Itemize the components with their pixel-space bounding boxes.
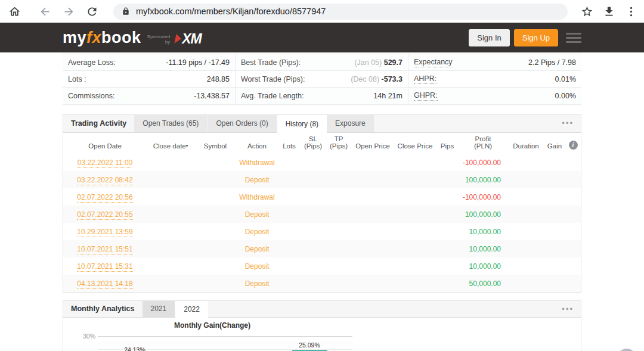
lock-icon bbox=[122, 7, 130, 15]
url-bar[interactable]: myfxbook.com/members/Kiljan/forexduo/857… bbox=[113, 4, 568, 20]
cell-open-date[interactable]: 02.07.2022 20:55 bbox=[63, 206, 147, 223]
col-symbol[interactable]: Symbol bbox=[194, 133, 236, 154]
cell-open-date[interactable]: 03.22.2022 11:00 bbox=[63, 154, 147, 171]
cell-empty bbox=[278, 171, 458, 188]
tab-2022[interactable]: 2022 bbox=[175, 301, 208, 318]
sponsored-by-label: Sponsored by bbox=[147, 34, 171, 45]
cell-profit: 100,000.00 bbox=[458, 206, 508, 223]
stats-table: Average Loss:-11.19 pips / -17.49 Best T… bbox=[63, 54, 581, 105]
monthly-analytics-header: Monthly Analytics 2021 2022 ••• bbox=[63, 301, 581, 318]
history-row: 10.29.2021 13:59 Deposit 10,000.00 bbox=[63, 223, 581, 240]
cell-open-date[interactable]: 02.07.2022 20:56 bbox=[63, 188, 147, 206]
col-close-date[interactable]: Close date▾ bbox=[147, 133, 194, 154]
tab-exposure[interactable]: Exposure bbox=[327, 115, 374, 132]
tab-history[interactable]: History (8) bbox=[277, 115, 327, 133]
xm-logo[interactable]: XM bbox=[175, 31, 202, 47]
history-row: 10.07.2021 15:31 Deposit 10,000.00 bbox=[63, 257, 581, 275]
myfxbook-logo[interactable]: myfxbook bbox=[63, 29, 141, 47]
cell-open-date[interactable]: 04.13.2021 14:18 bbox=[63, 275, 147, 292]
col-duration[interactable]: Duration bbox=[508, 133, 544, 154]
col-close-price[interactable]: Close Price bbox=[394, 133, 436, 154]
cell-empty bbox=[278, 206, 458, 223]
home-icon[interactable] bbox=[7, 4, 21, 18]
cell-profit: 10,000.00 bbox=[458, 257, 508, 275]
cell-empty bbox=[278, 240, 458, 257]
stat-label-ahpr[interactable]: AHPR: bbox=[414, 74, 436, 84]
panel-menu-ellipsis-icon[interactable]: ••• bbox=[555, 115, 581, 132]
stat-value: 2.2 Pips / 7.98 bbox=[528, 58, 576, 67]
col-gain[interactable]: Gain bbox=[544, 133, 565, 154]
bar-label-24: 24.13% bbox=[116, 346, 154, 351]
info-icon[interactable]: i bbox=[569, 141, 578, 150]
browser-toolbar: myfxbook.com/members/Kiljan/forexduo/857… bbox=[0, 0, 644, 23]
sign-up-button[interactable]: Sign Up bbox=[514, 29, 558, 46]
sign-in-button[interactable]: Sign In bbox=[469, 29, 509, 46]
download-icon[interactable] bbox=[602, 4, 616, 18]
stat-label: Avg. Trade Length: bbox=[241, 92, 304, 100]
history-row: 03.22.2022 11:00 Withdrawal -100,000.00 bbox=[63, 154, 581, 171]
col-open-date[interactable]: Open Date bbox=[63, 133, 147, 154]
cell-empty bbox=[278, 223, 458, 240]
col-sl-pips[interactable]: SL (Pips) bbox=[301, 133, 326, 154]
logo-my: my bbox=[63, 29, 86, 47]
logo-fx: fx bbox=[86, 29, 101, 47]
hamburger-menu-icon[interactable] bbox=[566, 29, 581, 46]
cell-empty bbox=[278, 154, 458, 171]
cell-profit: 100,000.00 bbox=[458, 171, 508, 188]
cell-open-date[interactable]: 10.29.2021 13:59 bbox=[63, 223, 147, 240]
bookmark-star-icon[interactable] bbox=[580, 4, 594, 18]
cell-action: Deposit bbox=[236, 240, 278, 257]
history-row: 04.13.2021 14:18 Deposit 50,000.00 bbox=[63, 275, 581, 292]
cell-empty bbox=[147, 240, 236, 257]
stat-label-ghpr[interactable]: GHPR: bbox=[414, 91, 438, 101]
stat-value: 14h 21m bbox=[373, 92, 402, 100]
stat-value: 248.85 bbox=[207, 75, 230, 83]
stat-label-expectancy[interactable]: Expectancy bbox=[414, 58, 453, 67]
chat-widget-sliver[interactable] bbox=[619, 349, 634, 351]
stat-value: (Dec 08) -573.3 bbox=[351, 75, 402, 83]
cell-empty bbox=[508, 188, 581, 206]
stat-value: 0.00% bbox=[555, 92, 576, 100]
col-lots[interactable]: Lots bbox=[278, 133, 301, 154]
trading-activity-panel: Trading Activity Open Trades (65) Open O… bbox=[63, 114, 581, 293]
panel-menu-ellipsis-icon[interactable]: ••• bbox=[555, 301, 581, 317]
back-icon[interactable] bbox=[38, 4, 52, 18]
cell-open-date[interactable]: 03.22.2022 08:42 bbox=[63, 171, 147, 188]
col-tp-pips[interactable]: TP (Pips) bbox=[326, 133, 352, 154]
history-row: 10.07.2021 15:51 Deposit 10,000.00 bbox=[63, 240, 581, 257]
col-open-price[interactable]: Open Price bbox=[352, 133, 394, 154]
cell-profit: 10,000.00 bbox=[458, 240, 508, 257]
cell-profit: 50,000.00 bbox=[458, 275, 508, 292]
trading-activity-header: Trading Activity Open Trades (65) Open O… bbox=[63, 115, 581, 133]
forward-icon[interactable] bbox=[61, 4, 76, 18]
stats-row: Lots :248.85 Worst Trade (Pips):(Dec 08)… bbox=[63, 71, 581, 88]
stat-value: 0.01% bbox=[555, 75, 576, 83]
history-row: 02.07.2022 20:55 Deposit 100,000.00 bbox=[63, 206, 581, 223]
cell-action: Deposit bbox=[236, 257, 278, 275]
col-action[interactable]: Action bbox=[236, 133, 278, 154]
col-profit[interactable]: Profit (PLN) bbox=[458, 133, 508, 154]
cell-empty bbox=[147, 223, 236, 240]
cell-open-date[interactable]: 10.07.2021 15:51 bbox=[63, 240, 147, 257]
stat-value: -11.19 pips / -17.49 bbox=[166, 58, 230, 67]
stat-label: Lots : bbox=[68, 75, 86, 83]
reload-icon[interactable] bbox=[85, 4, 99, 18]
url-text: myfxbook.com/members/Kiljan/forexduo/857… bbox=[136, 7, 326, 16]
cell-action: Deposit bbox=[236, 171, 278, 188]
col-pips[interactable]: Pips bbox=[436, 133, 458, 154]
stats-row: Average Loss:-11.19 pips / -17.49 Best T… bbox=[63, 54, 581, 71]
tab-open-orders[interactable]: Open Orders (0) bbox=[208, 115, 277, 132]
browser-menu-icon[interactable] bbox=[624, 4, 638, 18]
sort-caret-icon: ▾ bbox=[186, 144, 188, 148]
tab-open-trades[interactable]: Open Trades (65) bbox=[134, 115, 208, 132]
stat-label: Best Trade (Pips): bbox=[241, 58, 301, 67]
cell-empty bbox=[147, 154, 236, 171]
cell-empty bbox=[508, 257, 581, 275]
cell-open-date[interactable]: 10.07.2021 15:31 bbox=[63, 257, 147, 275]
stat-label: Worst Trade (Pips): bbox=[241, 75, 305, 83]
tab-2021[interactable]: 2021 bbox=[143, 301, 176, 317]
xm-wedge-icon bbox=[175, 34, 182, 44]
cell-profit: 10,000.00 bbox=[458, 223, 508, 240]
stat-value: (Jan 05) 529.7 bbox=[354, 58, 402, 67]
page: myfxbook.com/members/Kiljan/forexduo/857… bbox=[0, 0, 644, 351]
